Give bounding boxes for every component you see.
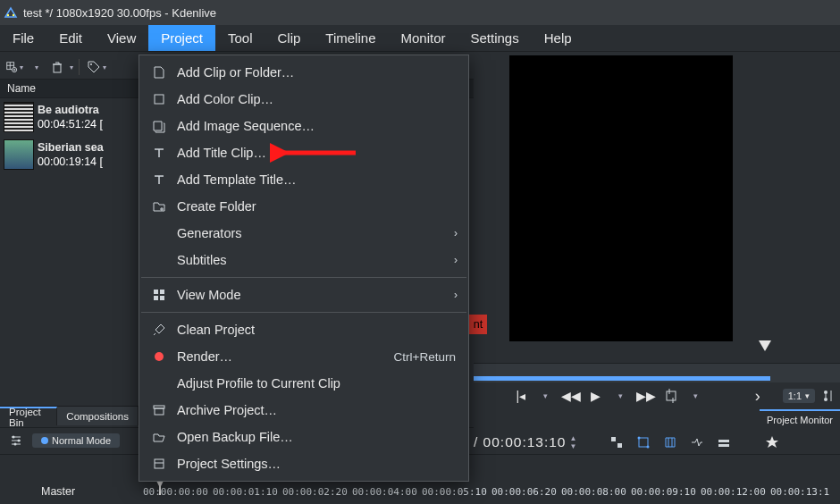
options-icon[interactable]: ▾ (27, 58, 45, 76)
file-icon (152, 65, 166, 80)
menu-file[interactable]: File (0, 25, 46, 51)
monitor-tabs: Project Monitor (474, 409, 840, 429)
menu-separator (141, 277, 466, 278)
blank-icon (152, 226, 166, 240)
menu-clip[interactable]: Clip (265, 25, 314, 51)
submenu-arrow-icon: › (454, 254, 458, 266)
menu-item-label: Add Template Title… (177, 172, 456, 187)
image-icon (152, 119, 166, 133)
svg-point-12 (638, 436, 641, 439)
menu-item[interactable]: Add Title Clip… (139, 139, 468, 166)
playhead-marker-icon (759, 340, 771, 353)
svg-point-18 (824, 391, 827, 394)
title-icon (152, 146, 166, 160)
ruler-tick: 00:00:04:00 (352, 486, 422, 498)
menu-project[interactable]: Project (148, 25, 215, 51)
record-icon (152, 349, 166, 364)
ruler-tick: 00:00:08:00 (561, 486, 631, 498)
svg-point-13 (647, 445, 650, 448)
menu-item-label: Add Color Clip… (177, 92, 456, 106)
tool-icon-2[interactable] (634, 433, 652, 451)
svg-rect-23 (154, 296, 158, 300)
svg-rect-11 (639, 438, 648, 447)
tool-icon-1[interactable] (608, 433, 626, 451)
menu-bar: FileEditViewProjectToolClipTimelineMonit… (0, 25, 840, 52)
chevron-down-icon[interactable]: ▾ (610, 386, 632, 406)
menu-timeline[interactable]: Timeline (313, 25, 388, 51)
play-button[interactable]: ▶ (585, 386, 607, 406)
menu-item[interactable]: Create Folder (139, 193, 468, 220)
zoom-chip[interactable]: 1:1 ▾ (783, 389, 815, 403)
menu-item[interactable]: Add Color Clip… (139, 86, 468, 113)
menu-item-label: Subtitles (177, 253, 456, 267)
svg-point-19 (824, 398, 827, 401)
menu-edit[interactable]: Edit (46, 25, 95, 51)
folder-icon (152, 199, 166, 214)
menu-item[interactable]: Subtitles› (139, 247, 468, 273)
svg-rect-17 (667, 391, 676, 400)
menu-monitor[interactable]: Monitor (388, 25, 458, 51)
clip-item[interactable]: Be audiotra00:04:51:24 [ (0, 98, 139, 136)
crop-button[interactable] (660, 386, 682, 406)
divider (79, 59, 80, 75)
add-clip-icon[interactable]: ▾ (5, 58, 23, 76)
menu-shortcut: Ctrl+Return (394, 350, 456, 364)
menu-view[interactable]: View (95, 25, 148, 51)
menu-item[interactable]: Add Image Sequence… (139, 113, 468, 139)
ruler-tick: 00:00:06:20 (491, 486, 561, 498)
blank-icon (152, 376, 166, 391)
tab-project-bin[interactable]: Project Bin (0, 407, 57, 425)
title-icon (152, 172, 166, 187)
menu-item[interactable]: Render…Ctrl+Return (139, 343, 468, 370)
timeline-ruler[interactable]: Master 00:00:00:0000:00:01:1000:00:02:20… (0, 479, 840, 504)
ruler-tick: 00:00:13:1 (770, 486, 840, 498)
menu-item[interactable]: Adjust Profile to Current Clip (139, 370, 468, 397)
clip-name: Be audiotra (38, 103, 103, 117)
chevron-down-icon[interactable]: ▾ (685, 386, 707, 406)
svg-rect-22 (160, 290, 164, 294)
menu-item[interactable]: Generators› (139, 220, 468, 247)
broom-icon (152, 323, 166, 337)
timecode-duration: / 00:00:13:10 (474, 434, 567, 450)
menu-tool[interactable]: Tool (215, 25, 265, 51)
open-icon (152, 430, 166, 444)
svg-rect-24 (160, 296, 164, 300)
audio-settings-icon[interactable] (819, 386, 840, 406)
tab-compositions[interactable]: Compositions (57, 407, 139, 425)
menu-item[interactable]: Clean Project (139, 316, 468, 343)
chevron-down-icon[interactable]: ▾ (535, 386, 557, 406)
svg-rect-10 (617, 443, 622, 448)
tool-icon-3[interactable] (661, 433, 679, 451)
svg-rect-9 (611, 437, 616, 441)
master-track-label: Master (0, 485, 136, 498)
menu-help[interactable]: Help (532, 25, 584, 51)
clip-item[interactable]: Siberian sea00:00:19:14 [ (0, 136, 139, 173)
submenu-arrow-icon: › (454, 227, 458, 239)
clip-thumbnail (4, 139, 34, 170)
tab-project-monitor[interactable]: Project Monitor (760, 409, 840, 429)
next-button[interactable]: › (747, 386, 769, 406)
tool-icon-4[interactable] (688, 433, 706, 451)
menu-item-label: Add Clip or Folder… (177, 65, 456, 80)
svg-point-5 (90, 63, 92, 65)
project-menu-dropdown: Add Clip or Folder…Add Color Clip…Add Im… (139, 55, 469, 482)
app-icon (4, 5, 18, 20)
menu-item[interactable]: Open Backup File… (139, 424, 468, 450)
prev-keyframe-button[interactable]: |◂ (510, 386, 532, 406)
menu-item[interactable]: Project Settings… (139, 450, 468, 477)
menu-item[interactable]: Add Clip or Folder… (139, 59, 468, 86)
rewind-button[interactable]: ◀◀ (560, 386, 582, 406)
ruler-tick: 00:00:01:10 (213, 486, 282, 498)
forward-button[interactable]: ▶▶ (635, 386, 657, 406)
delete-icon[interactable] (48, 58, 66, 76)
menu-item[interactable]: Add Template Title… (139, 166, 468, 193)
monitor-ruler[interactable] (474, 363, 840, 382)
tool-icon-5[interactable] (715, 433, 733, 451)
favorite-icon[interactable] (763, 433, 781, 451)
menu-item[interactable]: Archive Project… (139, 397, 468, 424)
menu-item-label: Open Backup File… (177, 430, 456, 444)
menu-item[interactable]: View Mode› (139, 281, 468, 308)
menu-settings[interactable]: Settings (458, 25, 532, 51)
svg-rect-20 (155, 95, 164, 104)
tag-icon[interactable] (85, 58, 103, 76)
